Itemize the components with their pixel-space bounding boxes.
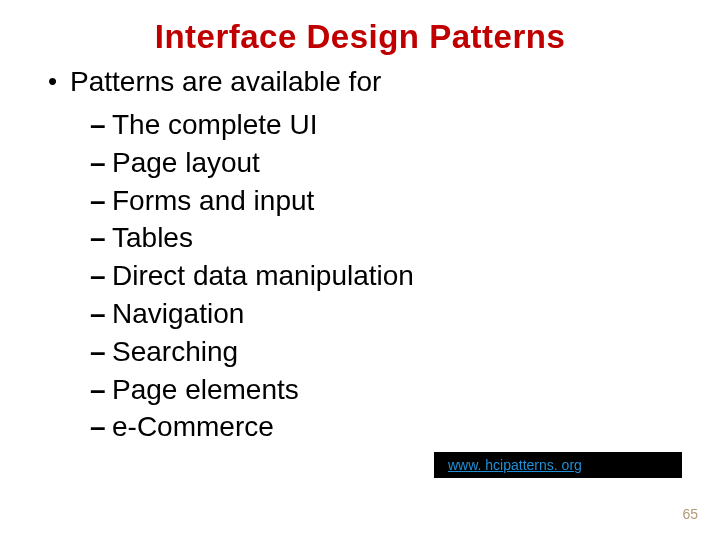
slide-title: Interface Design Patterns bbox=[30, 18, 690, 56]
sub-item-forms-input: Forms and input bbox=[112, 182, 690, 220]
sub-item-searching: Searching bbox=[112, 333, 690, 371]
hcipatterns-link[interactable]: www. hcipatterns. org bbox=[448, 457, 582, 473]
sub-item-page-elements: Page elements bbox=[112, 371, 690, 409]
sub-item-direct-manipulation: Direct data manipulation bbox=[112, 257, 690, 295]
sub-item-complete-ui: The complete UI bbox=[112, 106, 690, 144]
sub-list: The complete UI Page layout Forms and in… bbox=[112, 106, 690, 446]
sub-item-tables: Tables bbox=[112, 219, 690, 257]
sub-item-ecommerce: e-Commerce bbox=[112, 408, 690, 446]
bullet-patterns-available: Patterns are available for bbox=[70, 66, 690, 98]
sub-item-navigation: Navigation bbox=[112, 295, 690, 333]
slide-body: Interface Design Patterns Patterns are a… bbox=[0, 0, 720, 540]
sub-item-page-layout: Page layout bbox=[112, 144, 690, 182]
link-box: www. hcipatterns. org bbox=[434, 452, 682, 478]
page-number: 65 bbox=[682, 506, 698, 522]
